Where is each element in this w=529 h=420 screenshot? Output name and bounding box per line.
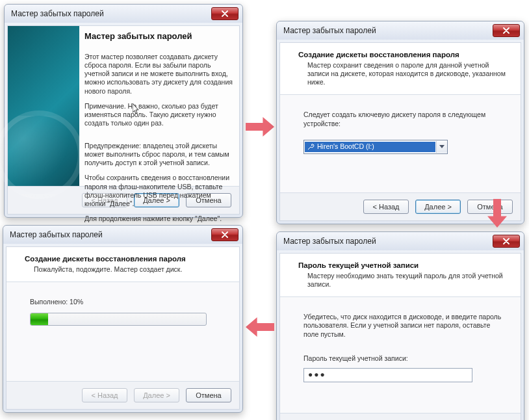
- current-password-input[interactable]: ●●●: [303, 368, 472, 382]
- close-icon: [222, 10, 228, 17]
- button-row: < Назад Далее > Отмена: [6, 381, 239, 409]
- wizard-header-title: Создание дискеты восстановления пароля: [25, 255, 226, 263]
- wizard-header-desc: Мастеру необходимо знать текущий пароль …: [298, 272, 508, 289]
- titlebar[interactable]: Мастер забытых паролей: [3, 226, 242, 244]
- titlebar[interactable]: Мастер забытых паролей: [5, 5, 242, 23]
- wizard-warning-text: Предупреждение: владелец этой дискеты мо…: [84, 142, 233, 167]
- wizard-header-title: Пароль текущей учетной записи: [298, 261, 508, 269]
- wizard-heading: Мастер забытых паролей: [84, 31, 233, 41]
- forgot-password-wizard-step4: Мастер забытых паролей Создание дискеты …: [3, 225, 243, 413]
- next-button[interactable]: Далее >: [415, 200, 461, 214]
- close-icon: [222, 231, 228, 238]
- cancel-button[interactable]: Отмена: [467, 200, 513, 214]
- window-title: Мастер забытых паролей: [283, 237, 493, 246]
- wizard-header-desc: Пожалуйста, подождите. Мастер создает ди…: [25, 265, 226, 274]
- password-instruction-text: Убедитесь, что диск находится в дисковод…: [303, 313, 502, 338]
- progress-label: Выполнено: 10%: [30, 298, 221, 306]
- back-button: < Назад: [82, 388, 127, 402]
- flow-arrow-left-icon: [246, 317, 274, 337]
- wizard-usb-text: Чтобы сохранить сведения о восстановлени…: [84, 174, 233, 208]
- titlebar[interactable]: Мастер забытых паролей: [277, 232, 524, 250]
- wizard-header: Создание дискеты восстановления пароля М…: [280, 43, 521, 95]
- cancel-button[interactable]: Отмена: [186, 388, 231, 402]
- wizard-note-text: Примечание. Не важно, сколько раз будет …: [84, 102, 233, 127]
- tools-icon: [307, 143, 315, 151]
- wizard-header-desc: Мастер сохранит сведения о пароле для да…: [298, 61, 508, 86]
- wizard-continue-text: Для продолжения нажмите кнопку "Далее".: [84, 215, 233, 223]
- password-mask: ●●●: [308, 370, 326, 380]
- password-field-label: Пароль текущей учетной записи:: [303, 354, 502, 363]
- back-button[interactable]: < Назад: [363, 200, 409, 214]
- close-icon: [503, 27, 510, 34]
- close-button[interactable]: [211, 7, 239, 20]
- close-icon: [503, 238, 510, 244]
- forgot-password-wizard-step1: Мастер забытых паролей Мастер забытых па…: [4, 4, 243, 218]
- drive-prompt-text: Следует создать ключевую дискету пароля …: [303, 111, 502, 127]
- close-button[interactable]: [493, 235, 520, 248]
- drive-select[interactable]: Hiren's BootCD (I:): [303, 140, 448, 154]
- forgot-password-wizard-step2: Мастер забытых паролей Создание дискеты …: [276, 21, 524, 224]
- wizard-intro-text: Этот мастер позволяет создавать дискету …: [84, 53, 233, 96]
- progress-bar: [30, 313, 207, 326]
- close-button[interactable]: [211, 228, 239, 241]
- wizard-side-graphic: [8, 26, 79, 186]
- progress-fill: [31, 313, 48, 325]
- window-title: Мастер забытых паролей: [11, 9, 211, 18]
- wizard-header: Создание дискеты восстановления пароля П…: [6, 247, 239, 282]
- next-button: Далее >: [134, 388, 179, 402]
- wizard-header: Пароль текущей учетной записи Мастеру не…: [280, 254, 521, 297]
- button-row: < Назад Далее > Отмена: [280, 192, 521, 220]
- window-title: Мастер забытых паролей: [283, 26, 493, 35]
- titlebar[interactable]: Мастер забытых паролей: [277, 21, 524, 40]
- close-button[interactable]: [493, 24, 520, 37]
- forgot-password-wizard-step3: Мастер забытых паролей Пароль текущей уч…: [276, 231, 524, 420]
- wizard-header-title: Создание дискеты восстановления пароля: [298, 51, 508, 59]
- window-title: Мастер забытых паролей: [10, 230, 211, 239]
- drive-select-value: Hiren's BootCD (I:): [317, 142, 374, 151]
- flow-arrow-right-icon: [246, 117, 274, 137]
- button-row: < Назад Далее > Отмена: [280, 413, 521, 420]
- chevron-down-icon[interactable]: [436, 141, 447, 153]
